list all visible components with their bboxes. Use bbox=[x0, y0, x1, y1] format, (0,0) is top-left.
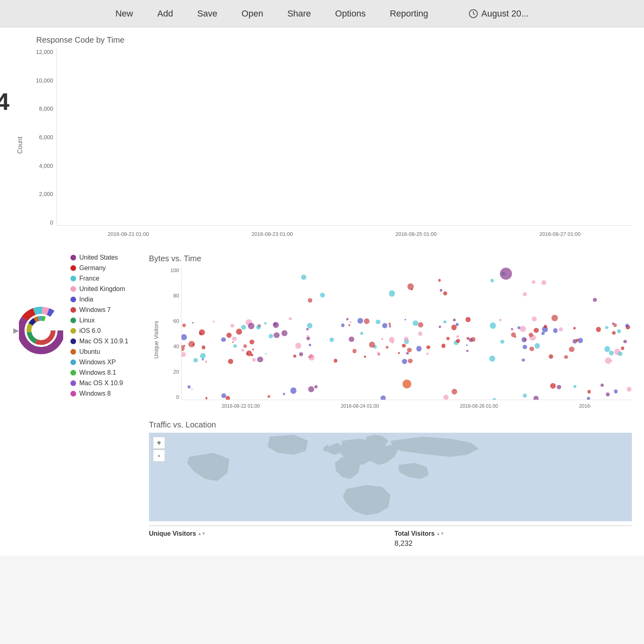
donut-legend-container: ▶ bbox=[12, 254, 141, 407]
bar-group bbox=[576, 53, 586, 225]
bar-x-axis: 2016-08-21 01:002016-08-23 01:002016-08-… bbox=[56, 226, 632, 242]
scatter-dot bbox=[243, 344, 247, 348]
main-content: 4 Response Code by Time Count 12,00010,0… bbox=[0, 27, 644, 556]
nav-new[interactable]: New bbox=[116, 8, 133, 19]
bar-group bbox=[246, 53, 256, 225]
scatter-dot bbox=[389, 291, 395, 297]
map-svg bbox=[149, 433, 632, 521]
scatter-dot bbox=[350, 321, 352, 323]
scatter-dot bbox=[535, 343, 540, 349]
scatter-dot bbox=[621, 347, 624, 350]
scatter-dot bbox=[181, 334, 187, 340]
scatter-dot bbox=[550, 383, 556, 389]
bar-group bbox=[510, 53, 520, 225]
scatter-y-tick-40: 40 bbox=[173, 343, 179, 349]
scatter-dot bbox=[456, 335, 459, 338]
nav-date: August 20... bbox=[469, 8, 528, 19]
scatter-dot bbox=[523, 292, 527, 296]
legend-color-dot bbox=[70, 318, 76, 323]
bar-group bbox=[257, 53, 266, 225]
legend-color-dot bbox=[70, 297, 76, 302]
legend-item: France bbox=[70, 275, 128, 282]
scatter-dot bbox=[520, 326, 526, 332]
scatter-dot bbox=[250, 340, 254, 345]
legend-label: United Kingdom bbox=[79, 285, 125, 293]
scatter-dot bbox=[256, 325, 260, 329]
bar-y-tick: 8,000 bbox=[39, 105, 53, 112]
total-visitors-header[interactable]: Total Visitors ▲▼ bbox=[394, 530, 632, 537]
scatter-dot bbox=[557, 385, 561, 390]
bar-group bbox=[389, 53, 398, 225]
bar-group bbox=[565, 53, 575, 225]
unique-visitors-header[interactable]: Unique Visitors ▲▼ bbox=[149, 530, 386, 537]
scatter-dot bbox=[226, 396, 230, 400]
bar-group bbox=[114, 53, 124, 225]
bar-group bbox=[103, 53, 112, 225]
scatter-dot bbox=[199, 329, 205, 336]
clock-icon bbox=[469, 9, 478, 19]
scatter-dot bbox=[418, 322, 423, 328]
legend-color-dot bbox=[70, 380, 76, 386]
scatter-dot bbox=[307, 335, 309, 337]
legend-item: United States bbox=[70, 254, 128, 261]
legend-color-dot bbox=[70, 359, 76, 365]
scatter-dot bbox=[405, 319, 406, 320]
scatter-dot bbox=[532, 317, 537, 321]
nav-add[interactable]: Add bbox=[157, 8, 173, 19]
legend-color-dot bbox=[70, 391, 76, 396]
bar-group bbox=[499, 53, 509, 225]
nav-options[interactable]: Options bbox=[335, 8, 366, 19]
scatter-dot bbox=[523, 394, 527, 398]
scatter-dot bbox=[236, 329, 242, 335]
bar-chart-title: Response Code by Time bbox=[36, 35, 632, 45]
scatter-dot bbox=[307, 323, 313, 328]
scatter-dot bbox=[320, 293, 325, 297]
donut-expand-arrow[interactable]: ▶ bbox=[13, 326, 19, 335]
scatter-y-tick-80: 80 bbox=[173, 293, 179, 299]
scatter-dot bbox=[574, 327, 576, 329]
nav-share[interactable]: Share bbox=[287, 8, 311, 19]
map-title: Traffic vs. Location bbox=[149, 420, 632, 429]
scatter-dot bbox=[205, 397, 208, 399]
scatter-dot bbox=[273, 322, 279, 328]
bar-group bbox=[147, 53, 157, 225]
map-zoom-out[interactable]: - bbox=[153, 450, 165, 462]
bar-x-tick: 2016-08-23 01:00 bbox=[252, 231, 293, 237]
nav-open[interactable]: Open bbox=[242, 8, 263, 19]
scatter-dot bbox=[334, 359, 338, 363]
legend-item: Windows XP bbox=[70, 359, 128, 366]
scatter-x-tick-4: 2016- bbox=[579, 403, 592, 409]
scatter-dot-large bbox=[500, 268, 512, 280]
scatter-dot bbox=[416, 346, 421, 351]
bar-y-tick: 10,000 bbox=[36, 77, 53, 84]
scatter-dot bbox=[257, 357, 263, 362]
scatter-dot bbox=[500, 340, 504, 344]
scatter-dot bbox=[541, 332, 545, 335]
bar-group bbox=[125, 53, 134, 225]
scatter-y-tick-0: 0 bbox=[176, 394, 179, 400]
scatter-dot bbox=[443, 320, 446, 323]
map-zoom-in[interactable]: + bbox=[153, 437, 165, 449]
scatter-dot bbox=[466, 317, 471, 322]
scatter-dot bbox=[578, 338, 583, 343]
scatter-dot bbox=[200, 353, 206, 359]
scatter-dot bbox=[518, 326, 520, 329]
scatter-dot bbox=[398, 352, 400, 354]
unique-visitors-sort[interactable]: ▲▼ bbox=[198, 532, 206, 536]
table-row-section: Unique Visitors ▲▼ Total Visitors ▲▼ 8,2… bbox=[149, 525, 632, 548]
scatter-dot bbox=[389, 325, 391, 327]
scatter-dot bbox=[349, 336, 354, 342]
total-visitors-sort[interactable]: ▲▼ bbox=[436, 532, 444, 536]
scatter-dot bbox=[268, 334, 273, 339]
scatter-dot bbox=[440, 289, 442, 292]
nav-save[interactable]: Save bbox=[197, 8, 217, 19]
scatter-dot bbox=[541, 280, 546, 285]
bar-group bbox=[532, 53, 542, 225]
nav-reporting[interactable]: Reporting bbox=[390, 8, 428, 19]
scatter-dot bbox=[451, 325, 456, 330]
scatter-dot bbox=[192, 322, 194, 324]
bar-x-tick: 2016-08-25 01:00 bbox=[395, 231, 437, 237]
scatter-dot bbox=[241, 325, 246, 330]
scatter-dot bbox=[627, 387, 632, 392]
bar-group bbox=[235, 53, 245, 225]
